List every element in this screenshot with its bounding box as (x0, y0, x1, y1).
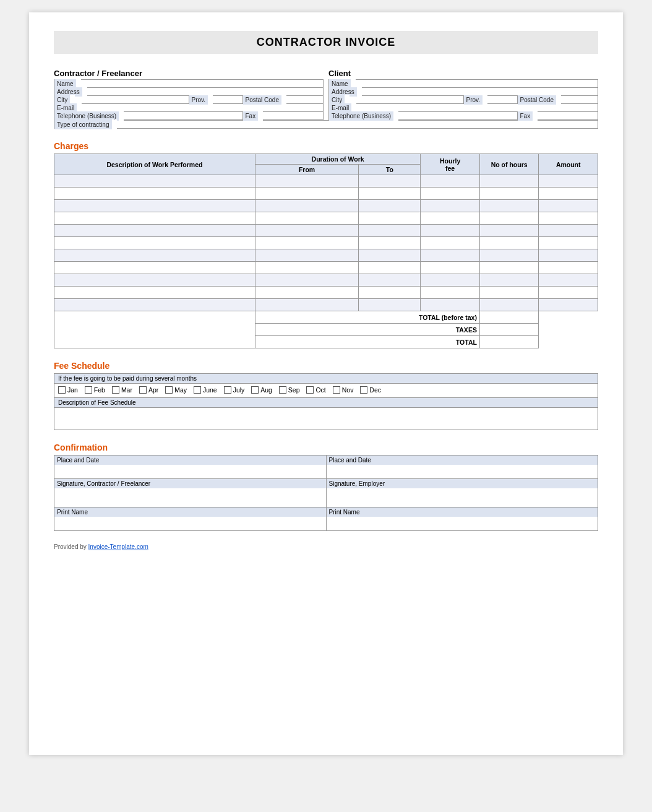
client-email-field[interactable]: E-mail (329, 104, 598, 112)
contractor-header: Contractor / Freelancer (54, 69, 324, 78)
aug-checkbox[interactable] (251, 386, 259, 394)
contractor-postal-field[interactable]: Postal Code (242, 96, 324, 104)
fee-info-row: If the fee is going to be paid during se… (54, 374, 598, 384)
client-prov-field[interactable]: Prov. (463, 96, 517, 104)
june-label: June (203, 386, 217, 394)
charges-row (54, 287, 598, 299)
month-jan: Jan (58, 386, 78, 394)
contractor-city-field[interactable]: City (54, 96, 189, 104)
print-name-contractor-value[interactable] (54, 517, 326, 530)
client-name-field[interactable]: Name (329, 80, 598, 88)
month-apr: Apr (139, 386, 158, 394)
contractor-prov-field[interactable]: Prov. (189, 96, 242, 104)
type-contracting-field[interactable]: Type of contracting (54, 121, 598, 129)
contractor-tel-value[interactable] (119, 111, 124, 121)
jan-label: Jan (67, 386, 78, 394)
type-contracting-value[interactable] (112, 119, 117, 129)
sep-checkbox[interactable] (279, 386, 286, 394)
contractor-prov-value[interactable] (208, 95, 213, 105)
mar-checkbox[interactable] (112, 386, 119, 394)
print-name-client-value[interactable] (327, 517, 598, 530)
print-name-contractor-field[interactable]: Print Name (54, 508, 327, 531)
month-oct: Oct (306, 386, 325, 394)
taxes-value[interactable] (479, 324, 539, 336)
place-date-row: Place and Date Place and Date (54, 456, 598, 479)
place-date-contractor-value[interactable] (54, 465, 326, 478)
aug-label: Aug (260, 386, 272, 394)
col-no-hours: No of hours (479, 154, 539, 175)
client-tel-field[interactable]: Telephone (Business) (329, 112, 518, 120)
charges-row (54, 212, 598, 225)
client-tel-value[interactable] (393, 111, 398, 121)
contractor-fax-label: Fax (243, 111, 259, 121)
charges-table: Description of Work Performed Duration o… (54, 153, 598, 348)
print-name-client-label: Print Name (327, 508, 598, 517)
jan-checkbox[interactable] (58, 386, 66, 394)
page-title: CONTRACTOR INVOICE (54, 31, 598, 54)
nov-label: Nov (342, 386, 354, 394)
june-checkbox[interactable] (194, 386, 201, 394)
sig-contractor-field[interactable]: Signature, Contractor / Freelancer (54, 479, 327, 508)
dec-label: Dec (369, 386, 381, 394)
contractor-email-field[interactable]: E-mail (54, 104, 324, 112)
print-name-client-field[interactable]: Print Name (326, 508, 598, 531)
charges-row (54, 188, 598, 200)
client-tel-label: Telephone (Business) (329, 111, 393, 121)
total-before-tax-label: TOTAL (before tax) (255, 311, 479, 324)
place-date-contractor-field[interactable]: Place and Date (54, 456, 327, 479)
fee-info-text: If the fee is going to be paid during se… (54, 374, 598, 384)
col-duration: Duration of Work (255, 154, 421, 165)
month-june: June (194, 386, 217, 394)
contractor-name-field[interactable]: Name (54, 80, 324, 88)
fee-schedule-table: If the fee is going to be paid during se… (54, 373, 598, 430)
place-date-client-value[interactable] (327, 465, 598, 478)
invoice-page: CONTRACTOR INVOICE Contractor / Freelanc… (29, 12, 623, 755)
client-prov-label: Prov. (464, 95, 483, 105)
contractor-tel-field[interactable]: Telephone (Business) (54, 112, 243, 120)
print-name-contractor-label: Print Name (54, 508, 326, 517)
client-postal-value[interactable] (556, 95, 561, 105)
apr-checkbox[interactable] (139, 386, 147, 394)
contractor-fax-field[interactable]: Fax (242, 112, 324, 120)
total-before-tax-value[interactable] (479, 311, 539, 324)
nov-checkbox[interactable] (333, 386, 340, 394)
may-checkbox[interactable] (165, 386, 173, 394)
dec-checkbox[interactable] (360, 386, 367, 394)
footer-link[interactable]: Invoice-Template.com (88, 543, 148, 550)
fee-desc-label: Description of Fee Schedule (54, 398, 598, 408)
client-prov-value[interactable] (483, 95, 487, 105)
contractor-fax-value[interactable] (258, 111, 263, 121)
mar-label: Mar (121, 386, 132, 394)
client-fax-field[interactable]: Fax (517, 112, 598, 120)
place-date-client-field[interactable]: Place and Date (326, 456, 598, 479)
fee-desc-value-row (54, 408, 598, 430)
may-label: May (174, 386, 187, 394)
place-date-label: Place and Date (54, 456, 326, 465)
signature-row: Signature, Contractor / Freelancer Signa… (54, 479, 598, 508)
oct-checkbox[interactable] (306, 386, 314, 394)
contractor-postal-value[interactable] (281, 95, 286, 105)
fee-desc-label-row: Description of Fee Schedule (54, 398, 598, 408)
sep-label: Sep (288, 386, 300, 394)
fee-desc-value[interactable] (54, 408, 598, 430)
client-fax-value[interactable] (533, 111, 538, 121)
contractor-address-value[interactable] (82, 87, 87, 97)
feb-checkbox[interactable] (85, 386, 92, 394)
total-before-tax-row: TOTAL (before tax) (54, 311, 598, 324)
total-value[interactable] (479, 336, 539, 348)
client-postal-label: Postal Code (518, 95, 556, 105)
sig-employer-value[interactable] (327, 488, 598, 507)
charges-row (54, 175, 598, 188)
july-checkbox[interactable] (224, 386, 231, 394)
sig-contractor-value[interactable] (54, 488, 326, 507)
col-amount: Amount (539, 154, 598, 175)
month-mar: Mar (112, 386, 132, 394)
client-address-value[interactable] (357, 87, 362, 97)
client-city-field[interactable]: City (329, 96, 464, 104)
col-hourly-fee: Hourlyfee (421, 154, 480, 175)
client-table: Name Address City (328, 79, 598, 120)
client-postal-field[interactable]: Postal Code (517, 96, 598, 104)
sig-employer-field[interactable]: Signature, Employer (326, 479, 598, 508)
client-fax-label: Fax (518, 111, 533, 121)
footer-provided-by: Provided by (54, 543, 87, 550)
